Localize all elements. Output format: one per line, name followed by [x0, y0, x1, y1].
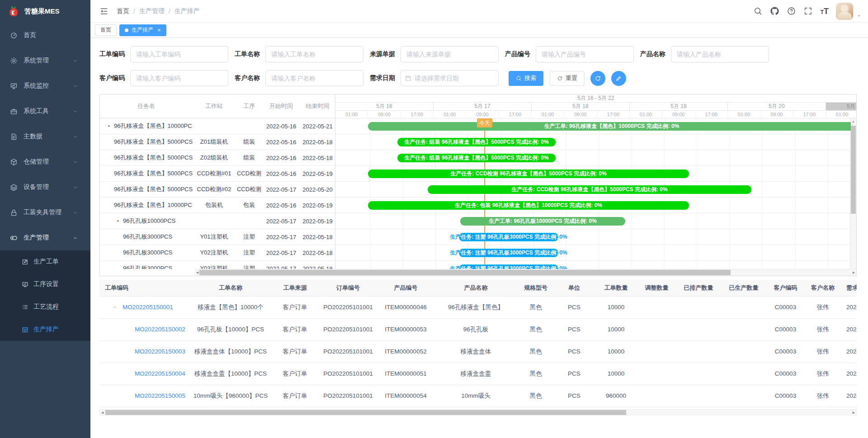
- search-button[interactable]: 搜索: [509, 71, 543, 86]
- table-column-header: 已排产数量: [676, 280, 721, 296]
- gantt-bar-task[interactable]: 生产任务: 注塑 96孔孔板3000PCS 完成比例: 0%: [459, 233, 558, 241]
- question-icon[interactable]: [787, 7, 796, 15]
- gantt-bar-task[interactable]: 生产任务: 注塑 96孔孔板3000PCS 完成比例: 0%: [459, 264, 558, 269]
- table-horizontal-scrollbar[interactable]: ◀ ▶: [99, 409, 857, 415]
- task-name: 96孔移液盒【黑色】5000PCS: [114, 138, 193, 146]
- table-cell-demand: 2022-: [841, 340, 857, 363]
- work-order-code-input[interactable]: [130, 46, 228, 62]
- close-tab-icon[interactable]: ×: [157, 27, 161, 33]
- gantt-bar-work-order[interactable]: 生产工单: 96孔孔板10000PCS 完成比例: 0%: [460, 217, 625, 226]
- refresh-button[interactable]: [590, 71, 605, 86]
- sidebar-item-production-work-order[interactable]: 生产工单: [0, 250, 90, 273]
- scroll-up-icon[interactable]: ▲: [850, 119, 856, 124]
- table-cell-cust_code: C00003: [766, 363, 805, 385]
- gantt-horizontal-scrollbar[interactable]: ◀ ▶: [195, 269, 856, 276]
- sidebar-item-label: 系统监控: [24, 82, 72, 90]
- caret-down-icon[interactable]: [856, 13, 862, 19]
- product-name-input[interactable]: [671, 46, 769, 62]
- source-document-input[interactable]: [401, 46, 499, 62]
- work-order-link[interactable]: MO202205150001: [123, 304, 173, 311]
- sidebar-item-process-flow[interactable]: 工艺流程: [0, 296, 90, 318]
- tab-item[interactable]: 首页: [95, 24, 117, 36]
- gantt-vertical-scrollbar[interactable]: ▲ ▼: [850, 118, 856, 276]
- expand-row-icon[interactable]: [112, 304, 118, 310]
- table-row[interactable]: MO202205150003移液盒盒体【10000】PCS客户订单PO20220…: [99, 340, 857, 363]
- fullscreen-icon[interactable]: [804, 7, 812, 15]
- gantt-bar-task[interactable]: 生产任务: CCD检测 96孔移液盒【黑色】5000PCS 完成比例: 0%: [428, 185, 751, 194]
- tree-caret-icon[interactable]: [106, 123, 112, 129]
- tab-active[interactable]: 生产排产×: [119, 24, 166, 36]
- sidebar-item-production-scheduling[interactable]: 生产排产: [0, 318, 90, 341]
- task-end-date: 2022-05-19: [300, 170, 335, 177]
- font-size-icon[interactable]: TT: [821, 7, 829, 15]
- gantt-task-row[interactable]: 96孔孔板10000PCS2022-05-172022-05-19: [100, 213, 335, 229]
- sidebar-item-equipment-management[interactable]: 设备管理: [0, 174, 90, 200]
- work-order-link[interactable]: MO202205150003: [135, 348, 185, 355]
- customer-name-input[interactable]: [265, 70, 363, 86]
- work-order-link[interactable]: MO202205150002: [135, 326, 185, 333]
- user-avatar[interactable]: [836, 3, 853, 20]
- gantt-horizontal-scroll-thumb[interactable]: [199, 270, 731, 275]
- menu-fold-icon[interactable]: [99, 7, 108, 16]
- table-cell-product: 96孔孔板: [434, 318, 518, 340]
- gantt-column-header: 工作站: [193, 102, 236, 110]
- gantt-task-row[interactable]: 96孔移液盒【黑色】5000PCSCCD检测#01CCD检测2022-05-16…: [100, 166, 335, 182]
- gantt-bar-task[interactable]: 生产任务: CCD检测 96孔移液盒【黑色】5000PCS 完成比例: 0%: [368, 170, 689, 178]
- sidebar-item-system-management[interactable]: 系统管理: [0, 48, 90, 73]
- gantt-task-row[interactable]: 96孔孔板3000PCSY01注塑机注塑2022-05-172022-05-18: [100, 229, 335, 245]
- search-icon[interactable]: [754, 7, 762, 15]
- customer-code-input[interactable]: [130, 70, 228, 86]
- gantt-bar-task[interactable]: 生产任务: 注塑 96孔孔板3000PCS 完成比例: 0%: [459, 249, 558, 257]
- task-workstation: CCD检测#02: [193, 185, 236, 193]
- breadcrumb-item[interactable]: 生产管理: [139, 7, 165, 15]
- gantt-task-row[interactable]: 96孔移液盒【黑色】10000PCS包装机包装2022-05-162022-05…: [100, 198, 335, 213]
- sidebar-item-warehouse-management[interactable]: 仓储管理: [0, 149, 90, 174]
- table-row[interactable]: MO20220515000296孔孔板【10000】PCS客户订单PO20220…: [99, 318, 857, 340]
- table-cell-item: ITEM00000054: [377, 385, 434, 407]
- gantt-bar-work-order[interactable]: 生产工单: 96孔移液盒【黑色】10000PCS 完成比例: 0%: [368, 122, 851, 131]
- work-order-name-input[interactable]: [265, 46, 363, 62]
- sidebar-item-process-settings[interactable]: 工序设置: [0, 273, 90, 296]
- gantt-task-row[interactable]: 96孔孔板3000PCSY02注塑机注塑2022-05-172022-05-18: [100, 245, 335, 261]
- gantt-task-row[interactable]: 96孔移液盒【黑色】5000PCSZ01组装机组装2022-05-162022-…: [100, 134, 335, 150]
- gantt-bar-label: 生产工单: 96孔移液盒【黑色】10000PCS 完成比例: 0%: [544, 122, 679, 131]
- gantt-task-row[interactable]: 96孔移液盒【黑色】5000PCSCCD检测#02CCD检测2022-05-17…: [100, 182, 335, 198]
- scroll-right-icon[interactable]: ▶: [851, 410, 856, 415]
- sidebar-item-tooling-fixture-management[interactable]: 工装夹具管理: [0, 200, 90, 225]
- gantt-bar-label: 生产任务: 包装 96孔移液盒【黑色】10000PCS 完成比例: 0%: [455, 201, 602, 210]
- table-row[interactable]: MO202205150001移液盒【黑色】10000个客户订单PO2022051…: [99, 296, 857, 318]
- table-row[interactable]: MO202205150004移液盒盒盖【10000】PCS客户订单PO20220…: [99, 363, 857, 385]
- task-workstation: Y02注塑机: [193, 249, 236, 257]
- gantt-bar-task[interactable]: 生产任务: 包装 96孔移液盒【黑色】10000PCS 完成比例: 0%: [368, 201, 689, 210]
- github-icon[interactable]: [770, 7, 779, 15]
- gantt-bar-task[interactable]: 生产任务: 组装 96孔移液盒【黑色】5000PCS 完成比例: 0%: [397, 154, 556, 162]
- scroll-left-icon[interactable]: ◀: [100, 410, 105, 415]
- gantt-task-row[interactable]: 96孔孔板3000PCSY03注塑机注塑2022-05-172022-05-18: [100, 261, 335, 269]
- filter-customer-name: 客户名称: [235, 70, 363, 86]
- sidebar-item-production-management[interactable]: 生产管理: [0, 225, 90, 250]
- sidebar-item-system-tools[interactable]: 系统工具: [0, 99, 90, 124]
- sidebar-item-master-data[interactable]: 主数据: [0, 124, 90, 149]
- scroll-right-icon[interactable]: ▶: [851, 270, 856, 275]
- gantt-bar-task[interactable]: 生产任务: 组装 96孔移液盒【黑色】5000PCS 完成比例: 0%: [397, 138, 556, 146]
- task-start-date: 2022-05-17: [263, 186, 300, 193]
- work-order-link[interactable]: MO202205150004: [135, 370, 185, 377]
- edit-button[interactable]: [611, 71, 626, 86]
- demand-date-input[interactable]: [401, 70, 499, 86]
- work-order-link[interactable]: MO202205150005: [135, 392, 185, 399]
- gantt-vertical-scroll-thumb[interactable]: [851, 126, 856, 214]
- table-horizontal-scroll-thumb[interactable]: [105, 410, 626, 415]
- field-label: 客户编码: [99, 74, 126, 82]
- sidebar-item-home[interactable]: 首页: [0, 23, 90, 48]
- table-row[interactable]: MO20220515000510mm吸头【960000】PCS客户订单PO202…: [99, 385, 857, 407]
- product-code-input[interactable]: [536, 46, 634, 62]
- gantt-task-row[interactable]: 96孔移液盒【黑色】5000PCSZ02组装机组装2022-05-162022-…: [100, 150, 335, 166]
- sidebar-item-system-monitor[interactable]: 系统监控: [0, 73, 90, 99]
- field-label: 客户名称: [235, 74, 261, 82]
- gantt-task-row[interactable]: 96孔移液盒【黑色】10000PCS2022-05-162022-05-21: [100, 118, 335, 134]
- search-icon: [516, 75, 522, 81]
- breadcrumb-item[interactable]: 首页: [117, 7, 129, 15]
- tree-caret-icon[interactable]: [115, 218, 121, 224]
- breadcrumb-item[interactable]: 生产排产: [175, 7, 200, 15]
- reset-button[interactable]: 重置: [550, 71, 585, 86]
